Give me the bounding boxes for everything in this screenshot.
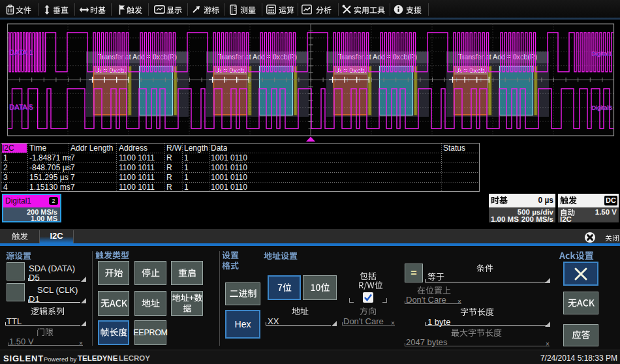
svg-text:DATA 1: DATA 1 xyxy=(9,48,33,56)
svg-text:DATA 5: DATA 5 xyxy=(9,103,33,111)
svg-text:Digital5: Digital5 xyxy=(591,104,612,111)
svg-text:Digital1: Digital1 xyxy=(591,50,612,57)
